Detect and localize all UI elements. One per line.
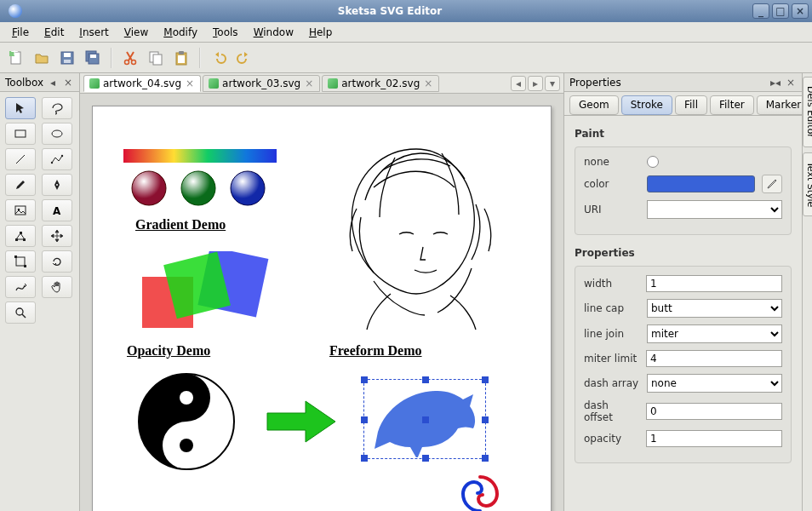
tabnav-prev[interactable]: ◂ — [511, 76, 526, 91]
tool-pencil[interactable] — [5, 174, 36, 196]
svg-rect-14 — [179, 51, 184, 55]
menu-window[interactable]: Window — [247, 24, 300, 41]
linejoin-label: line join — [584, 328, 640, 340]
tool-line[interactable] — [5, 148, 36, 170]
dashoffset-label: dash offset — [584, 399, 639, 423]
undo-button[interactable] — [208, 47, 230, 69]
paint-none-label: none — [584, 156, 640, 168]
copy-button[interactable] — [145, 47, 167, 69]
vtab-defs-editor[interactable]: Defs Editor — [803, 77, 812, 147]
tab-artwork-03[interactable]: artwork_03.svg × — [203, 75, 320, 92]
width-input[interactable] — [646, 275, 782, 292]
tool-transform[interactable] — [5, 250, 36, 273]
properties-collapse-icon[interactable]: ▸◂ — [769, 77, 781, 89]
tool-rectangle[interactable] — [5, 123, 36, 145]
tabnav-next[interactable]: ▸ — [528, 76, 543, 91]
vtab-text-style[interactable]: Text Style — [803, 152, 812, 216]
svg-rect-22 — [15, 206, 26, 215]
gradient-bar — [123, 149, 277, 163]
selection-box[interactable] — [363, 379, 486, 459]
window-title: Sketsa SVG Editor — [27, 5, 752, 17]
maximize-button[interactable]: □ — [772, 3, 789, 19]
paint-color-label: color — [584, 178, 640, 190]
opacity-input[interactable] — [646, 430, 782, 447]
tab-artwork-02[interactable]: artwork_02.svg × — [322, 75, 439, 92]
tool-image[interactable] — [5, 199, 36, 221]
eyedropper-button[interactable] — [762, 175, 782, 193]
menu-modify[interactable]: Modify — [157, 24, 204, 41]
yinyang-graphic — [135, 370, 237, 473]
gradient-spheres — [130, 169, 275, 210]
tool-freeform-path[interactable] — [5, 276, 36, 298]
menu-edit[interactable]: Edit — [37, 24, 71, 41]
paste-button[interactable] — [170, 47, 192, 69]
svg-line-18 — [16, 155, 25, 164]
paint-none-radio[interactable] — [647, 156, 659, 168]
linejoin-select[interactable]: miter — [647, 324, 782, 343]
svg-rect-26 — [20, 232, 22, 234]
tool-move[interactable] — [42, 225, 72, 247]
tool-ellipse[interactable] — [42, 123, 72, 145]
cut-button[interactable] — [119, 47, 141, 69]
menu-help[interactable]: Help — [302, 24, 339, 41]
toolbox-collapse-icon[interactable]: ◂ — [47, 77, 59, 89]
tab-close-icon[interactable]: × — [423, 78, 433, 89]
canvas-viewport[interactable]: Gradient Demo Opacity Demo — [80, 94, 563, 511]
properties-close-icon[interactable]: × — [785, 77, 797, 89]
paint-color-swatch[interactable] — [647, 175, 755, 192]
tab-geom[interactable]: Geom — [569, 95, 619, 115]
minimize-button[interactable]: _ — [752, 3, 769, 19]
menu-tools[interactable]: Tools — [206, 24, 245, 41]
tab-close-icon[interactable]: × — [185, 78, 195, 89]
tool-pan[interactable] — [42, 276, 72, 298]
freeform-demo-label: Freeform Demo — [329, 343, 422, 359]
linecap-select[interactable]: butt — [647, 299, 782, 318]
open-file-button[interactable] — [31, 47, 53, 69]
close-window-button[interactable]: × — [792, 3, 809, 19]
save-button[interactable] — [56, 47, 78, 69]
menu-file[interactable]: File — [5, 24, 36, 41]
tab-fill[interactable]: Fill — [675, 95, 707, 115]
tool-rotate[interactable] — [42, 250, 72, 273]
tab-artwork-04[interactable]: artwork_04.svg × — [83, 75, 201, 92]
save-all-button[interactable] — [82, 47, 104, 69]
new-file-button[interactable]: + — [5, 47, 27, 69]
svg-rect-30 — [24, 265, 26, 267]
toolbox-title: Toolbox — [5, 77, 43, 89]
tool-select[interactable] — [5, 97, 36, 119]
svg-text:+: + — [10, 50, 19, 58]
svg-rect-4 — [64, 53, 71, 57]
miterlimit-input[interactable] — [646, 350, 782, 367]
document-area: artwork_04.svg × artwork_03.svg × artwor… — [80, 73, 563, 511]
redo-button[interactable] — [233, 47, 255, 69]
svg-rect-16 — [15, 130, 26, 137]
paint-uri-select[interactable] — [647, 200, 782, 219]
opacity-demo-label: Opacity Demo — [127, 343, 210, 359]
tool-pen[interactable] — [42, 174, 72, 196]
tool-polyline[interactable] — [42, 148, 72, 170]
tabnav-menu[interactable]: ▾ — [545, 76, 560, 91]
toolbar: + — [0, 43, 812, 73]
svg-line-32 — [22, 314, 26, 318]
menu-view[interactable]: View — [117, 24, 155, 41]
stroke-props-group: width line capbutt line joinmiter miter … — [575, 266, 792, 463]
tab-stroke[interactable]: Stroke — [621, 95, 672, 115]
svg-text:A: A — [53, 205, 61, 217]
tab-close-icon[interactable]: × — [304, 78, 314, 89]
tool-text[interactable]: A — [42, 199, 72, 221]
gradient-demo-label: Gradient Demo — [135, 217, 226, 233]
properties-header: Properties ▸◂ × — [564, 73, 802, 92]
svg-rect-28 — [16, 257, 25, 266]
dashoffset-input[interactable] — [646, 403, 782, 420]
tool-node-edit[interactable] — [5, 225, 36, 247]
paint-heading: Paint — [575, 128, 792, 140]
menubar: File Edit Insert View Modify Tools Windo… — [0, 22, 812, 43]
svg-file-icon — [328, 78, 338, 89]
menu-insert[interactable]: Insert — [72, 24, 115, 41]
toolbox-close-icon[interactable]: × — [62, 77, 74, 89]
tool-zoom[interactable] — [5, 301, 36, 324]
canvas[interactable]: Gradient Demo Opacity Demo — [92, 106, 552, 511]
dasharray-select[interactable]: none — [647, 374, 782, 393]
tool-lasso[interactable] — [42, 97, 72, 119]
tab-filter[interactable]: Filter — [710, 95, 754, 115]
